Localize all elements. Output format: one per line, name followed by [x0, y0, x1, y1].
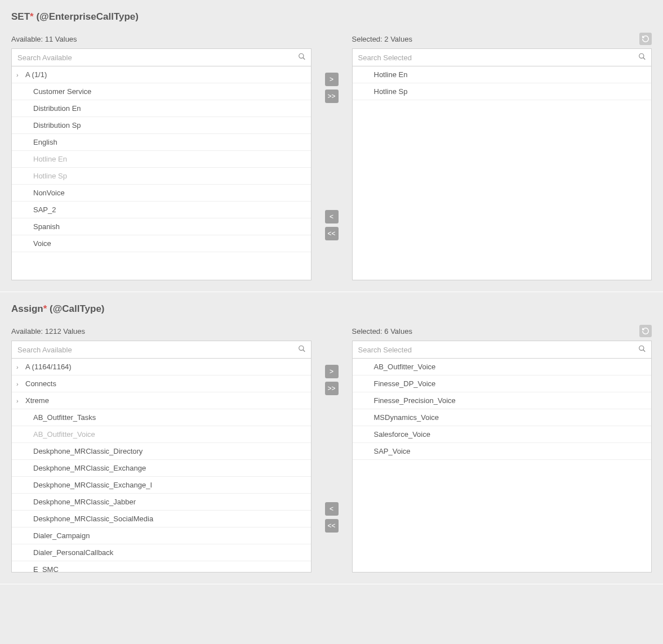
list-item[interactable]: English [12, 134, 311, 151]
item-label: Finesse_DP_Voice [374, 379, 436, 388]
list-item[interactable]: SAP_Voice [353, 443, 652, 460]
list-item[interactable]: Dialer_PersonalCallback [12, 544, 311, 561]
available-label: Available: 11 Values [11, 35, 77, 43]
list-item[interactable]: Spanish [12, 218, 311, 235]
refresh-button[interactable] [639, 33, 652, 45]
list-item[interactable]: Dialer_Campaign [12, 527, 311, 544]
list-item[interactable]: Deskphone_MRClassic_Exchange_I [12, 477, 311, 494]
available-search-input[interactable] [11, 341, 312, 359]
transfer-buttons: >>><<< [321, 33, 343, 280]
group-label: Xtreme [25, 396, 49, 405]
transfer-buttons: >>><<< [321, 325, 343, 573]
list-item[interactable]: AB_Outfitter_Voice [353, 359, 652, 375]
available-search-input[interactable] [11, 48, 312, 66]
search-box [11, 48, 312, 66]
list-item[interactable]: NonVoice [12, 185, 311, 202]
move-right-button[interactable]: > [325, 365, 339, 378]
selected-pane: Selected: 6 ValuesAB_Outfitter_VoiceFine… [352, 325, 652, 573]
selected-list[interactable]: AB_Outfitter_VoiceFinesse_DP_VoiceFiness… [352, 359, 652, 573]
list-item[interactable]: SAP_2 [12, 202, 311, 218]
item-label: Hotline Sp [374, 87, 408, 96]
list-item[interactable]: Distribution Sp [12, 117, 311, 134]
title-prefix: Assign [11, 303, 43, 314]
list-item[interactable]: Salesforce_Voice [353, 426, 652, 443]
item-label: MSDynamics_Voice [374, 413, 439, 422]
list-group[interactable]: ›A (1164/1164) [12, 359, 311, 375]
item-label: Dialer_PersonalCallback [33, 548, 113, 557]
item-label: NonVoice [33, 189, 65, 197]
section-assign: Assign* (@CallType)Available: 1212 Value… [0, 292, 663, 584]
svg-line-7 [643, 350, 646, 352]
item-label: Deskphone_MRClassic_SocialMedia [33, 515, 153, 523]
refresh-button[interactable] [639, 325, 652, 337]
item-label: Voice [33, 239, 51, 248]
title-prefix: SET [11, 11, 30, 22]
selected-pane: Selected: 2 ValuesHotline EnHotline Sp [352, 33, 652, 280]
list-item[interactable]: Finesse_Precision_Voice [353, 392, 652, 409]
available-label: Available: 1212 Values [11, 327, 85, 336]
svg-line-5 [302, 350, 305, 352]
move-right-button[interactable]: > [325, 73, 339, 86]
list-item[interactable]: AB_Outfitter_Tasks [12, 409, 311, 426]
selected-label: Selected: 2 Values [352, 35, 412, 43]
pane-header: Selected: 6 Values [352, 325, 652, 337]
move-all-right-button[interactable]: >> [325, 382, 339, 395]
list-item[interactable]: E_SMC [12, 561, 311, 573]
list-item[interactable]: Finesse_DP_Voice [353, 375, 652, 392]
list-group[interactable]: ›Xtreme [12, 392, 311, 409]
item-label: English [33, 138, 57, 146]
list-item[interactable]: MSDynamics_Voice [353, 409, 652, 426]
move-left-button[interactable]: < [325, 210, 339, 223]
list-group[interactable]: ›Connects [12, 375, 311, 392]
search-icon [638, 53, 646, 62]
list-item[interactable]: Deskphone_MRClassic_SocialMedia [12, 511, 311, 527]
svg-point-4 [299, 346, 303, 350]
item-label: Spanish [33, 222, 60, 231]
move-all-left-button[interactable]: << [325, 227, 339, 240]
list-item[interactable]: Hotline En [353, 66, 652, 83]
available-list[interactable]: ›A (1/1)Customer ServiceDistribution EnD… [11, 66, 312, 280]
available-list[interactable]: ›A (1164/1164)›Connects›XtremeAB_Outfitt… [11, 359, 312, 573]
list-item[interactable]: Voice [12, 235, 311, 252]
list-item[interactable]: Customer Service [12, 83, 311, 100]
move-left-button[interactable]: < [325, 502, 339, 516]
item-label: Distribution Sp [33, 121, 81, 129]
dual-list: Available: 11 Values›A (1/1)Customer Ser… [11, 33, 652, 280]
selected-search-input[interactable] [352, 341, 652, 359]
list-item: AB_Outfitter_Voice [12, 426, 311, 443]
item-label: SAP_2 [33, 205, 56, 214]
dual-list: Available: 1212 Values›A (1164/1164)›Con… [11, 325, 652, 573]
group-label: A (1/1) [25, 70, 47, 79]
list-item[interactable]: Distribution En [12, 100, 311, 117]
item-label: AB_Outfitter_Tasks [33, 413, 96, 422]
list-item[interactable]: Hotline Sp [353, 83, 652, 100]
group-label: Connects [25, 379, 56, 388]
item-label: Deskphone_MRClassic_Exchange_I [33, 481, 152, 489]
list-item: Hotline Sp [12, 168, 311, 185]
search-icon [638, 345, 646, 355]
selected-list[interactable]: Hotline EnHotline Sp [352, 66, 652, 280]
pane-header: Selected: 2 Values [352, 33, 652, 45]
item-label: Deskphone_MRClassic_Directory [33, 447, 143, 455]
chevron-right-icon: › [16, 381, 22, 387]
search-box [11, 341, 312, 359]
available-pane: Available: 11 Values›A (1/1)Customer Ser… [11, 33, 312, 280]
item-label: Salesforce_Voice [374, 430, 430, 439]
item-label: Hotline En [374, 70, 408, 79]
list-item[interactable]: Deskphone_MRClassic_Exchange [12, 460, 311, 477]
list-group[interactable]: ›A (1/1) [12, 66, 311, 83]
svg-point-0 [299, 53, 303, 58]
item-label: Distribution En [33, 104, 81, 113]
item-label: AB_Outfitter_Voice [374, 363, 436, 371]
search-icon [298, 53, 306, 62]
item-label: Deskphone_MRClassic_Jabber [33, 498, 136, 506]
move-all-right-button[interactable]: >> [325, 90, 339, 103]
section-title: Assign* (@CallType) [11, 303, 652, 315]
list-item[interactable]: Deskphone_MRClassic_Directory [12, 443, 311, 460]
item-label: Deskphone_MRClassic_Exchange [33, 464, 146, 472]
svg-point-2 [639, 53, 644, 58]
item-label: Customer Service [33, 87, 91, 96]
list-item[interactable]: Deskphone_MRClassic_Jabber [12, 494, 311, 511]
selected-search-input[interactable] [352, 48, 652, 66]
move-all-left-button[interactable]: << [325, 519, 339, 533]
